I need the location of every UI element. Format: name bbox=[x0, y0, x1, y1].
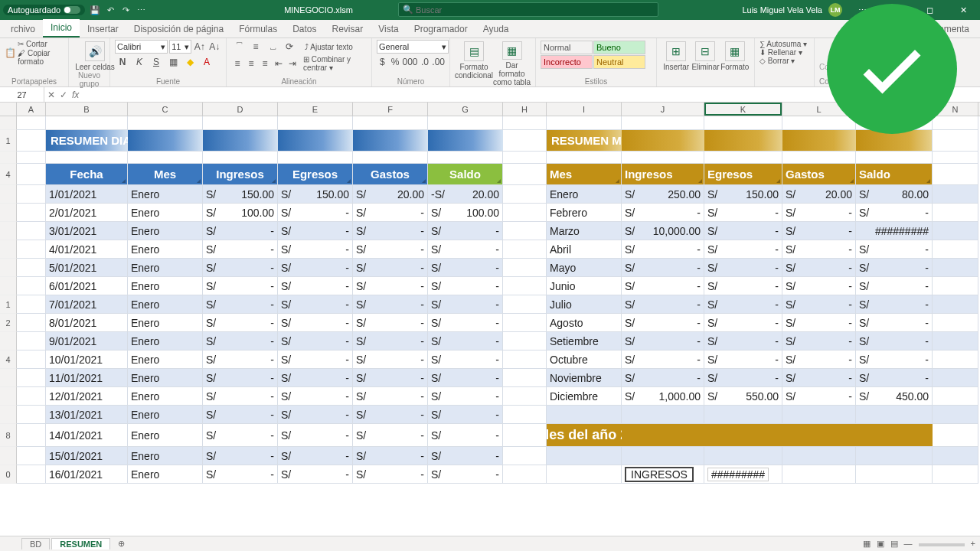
align-mid-icon[interactable]: ≡ bbox=[248, 40, 263, 54]
cell[interactable] bbox=[503, 465, 547, 484]
style-normal[interactable]: Normal bbox=[541, 41, 593, 54]
cell[interactable]: 12/01/2021 bbox=[46, 387, 128, 406]
cell[interactable]: S/10,000.00 bbox=[622, 222, 704, 240]
tab-archivo[interactable]: rchivo bbox=[3, 21, 43, 37]
cell[interactable]: S/- bbox=[782, 314, 856, 332]
cell[interactable]: S/- bbox=[704, 240, 782, 259]
cell[interactable]: S/- bbox=[622, 332, 704, 350]
cell[interactable]: S/100.00 bbox=[428, 204, 503, 222]
cell[interactable]: 14/01/2021 bbox=[46, 424, 128, 447]
zoom-slider[interactable] bbox=[919, 543, 965, 546]
cell[interactable]: 13/01/2021 bbox=[46, 406, 128, 424]
col-header-A[interactable]: A bbox=[17, 103, 46, 116]
cell[interactable] bbox=[17, 424, 46, 447]
table-header[interactable] bbox=[933, 164, 978, 185]
view-break-icon[interactable]: ▤ bbox=[890, 539, 898, 549]
cell[interactable]: S/- bbox=[782, 222, 856, 240]
cell[interactable]: INGRESOS bbox=[622, 465, 704, 484]
table-header[interactable] bbox=[503, 164, 547, 185]
cell[interactable]: Febrero bbox=[547, 204, 622, 222]
cell[interactable]: 16/01/2021 bbox=[46, 465, 128, 484]
cell[interactable] bbox=[782, 406, 856, 424]
currency-icon[interactable]: $ bbox=[377, 55, 388, 69]
cell[interactable]: S/- bbox=[278, 277, 353, 295]
cell[interactable]: S/- bbox=[353, 204, 428, 222]
cell[interactable] bbox=[933, 406, 978, 424]
cell[interactable]: S/- bbox=[353, 447, 428, 465]
row-header[interactable]: 1 bbox=[0, 130, 17, 152]
cell[interactable]: Octubre bbox=[547, 350, 622, 369]
cell[interactable] bbox=[17, 277, 46, 295]
cell[interactable]: S/- bbox=[203, 314, 278, 332]
cell[interactable]: S/- bbox=[856, 350, 933, 369]
cell[interactable]: 7/01/2021 bbox=[46, 295, 128, 314]
cell[interactable]: S/150.00 bbox=[704, 185, 782, 204]
cell[interactable] bbox=[203, 152, 278, 164]
cell[interactable] bbox=[17, 465, 46, 484]
cell[interactable]: S/- bbox=[428, 369, 503, 387]
cell[interactable]: S/- bbox=[704, 369, 782, 387]
cell[interactable] bbox=[933, 130, 978, 152]
cell[interactable]: Mayo bbox=[547, 259, 622, 277]
cell[interactable]: Enero bbox=[128, 240, 203, 259]
autosave-toggle[interactable]: Autoguardado bbox=[3, 5, 85, 15]
row-header[interactable]: 4 bbox=[0, 164, 17, 185]
row-header[interactable] bbox=[0, 222, 17, 240]
col-header-F[interactable]: F bbox=[353, 103, 428, 116]
cell[interactable]: S/- bbox=[203, 222, 278, 240]
cell[interactable]: S/- bbox=[704, 204, 782, 222]
cell[interactable]: Enero bbox=[128, 350, 203, 369]
cell[interactable]: Enero bbox=[128, 369, 203, 387]
cell[interactable] bbox=[128, 116, 203, 130]
tab-insertar[interactable]: Insertar bbox=[80, 21, 126, 37]
cell[interactable] bbox=[933, 424, 978, 447]
cell[interactable]: Setiembre bbox=[547, 332, 622, 350]
save-icon[interactable]: 💾 bbox=[90, 5, 100, 15]
cell[interactable]: S/- bbox=[428, 406, 503, 424]
row-header[interactable]: 1 bbox=[0, 295, 17, 314]
cell[interactable]: S/- bbox=[856, 259, 933, 277]
tab-revisar[interactable]: Revisar bbox=[325, 21, 371, 37]
indent-icon[interactable]: ⇥ bbox=[286, 57, 299, 70]
cell[interactable]: S/150.00 bbox=[203, 185, 278, 204]
cell[interactable]: S/- bbox=[782, 259, 856, 277]
cell[interactable]: S/- bbox=[622, 295, 704, 314]
cell[interactable]: S/20.00 bbox=[353, 185, 428, 204]
cell[interactable] bbox=[128, 152, 203, 164]
cell[interactable]: Enero bbox=[128, 314, 203, 332]
cell[interactable] bbox=[503, 406, 547, 424]
worksheet-grid[interactable]: ABCDEFGHIJKLMN 1RESUMEN DIARIORESUMEN ME… bbox=[0, 103, 980, 536]
cell[interactable]: Enero bbox=[128, 277, 203, 295]
cell[interactable] bbox=[17, 204, 46, 222]
undo-icon[interactable]: ↶ bbox=[105, 5, 116, 15]
cell[interactable] bbox=[856, 447, 933, 465]
cell[interactable]: Totales del año 2021 bbox=[547, 424, 622, 447]
cell[interactable]: S/- bbox=[782, 204, 856, 222]
cell[interactable]: S/- bbox=[353, 314, 428, 332]
cell[interactable]: S/- bbox=[278, 259, 353, 277]
cell[interactable]: Junio bbox=[547, 277, 622, 295]
cell[interactable] bbox=[622, 406, 704, 424]
cell[interactable] bbox=[933, 116, 978, 130]
cell[interactable]: S/100.00 bbox=[203, 204, 278, 222]
cell[interactable] bbox=[622, 447, 704, 465]
cell[interactable]: S/- bbox=[353, 277, 428, 295]
cell[interactable]: Enero bbox=[128, 332, 203, 350]
cell[interactable]: S/250.00 bbox=[622, 185, 704, 204]
cell[interactable]: S/- bbox=[428, 259, 503, 277]
cell[interactable]: S/- bbox=[856, 295, 933, 314]
cell[interactable] bbox=[547, 447, 622, 465]
cell[interactable] bbox=[353, 130, 428, 152]
cell[interactable] bbox=[856, 406, 933, 424]
cell[interactable] bbox=[428, 130, 503, 152]
cell[interactable]: S/- bbox=[353, 406, 428, 424]
cell[interactable]: S/450.00 bbox=[856, 387, 933, 406]
cell[interactable]: S/- bbox=[203, 240, 278, 259]
style-incorrecto[interactable]: Incorrecto bbox=[541, 55, 593, 69]
row-header[interactable] bbox=[0, 369, 17, 387]
row-header[interactable] bbox=[0, 116, 17, 130]
cell[interactable] bbox=[503, 116, 547, 130]
cell[interactable]: Enero bbox=[128, 406, 203, 424]
cell[interactable] bbox=[704, 424, 782, 447]
cell[interactable] bbox=[503, 277, 547, 295]
